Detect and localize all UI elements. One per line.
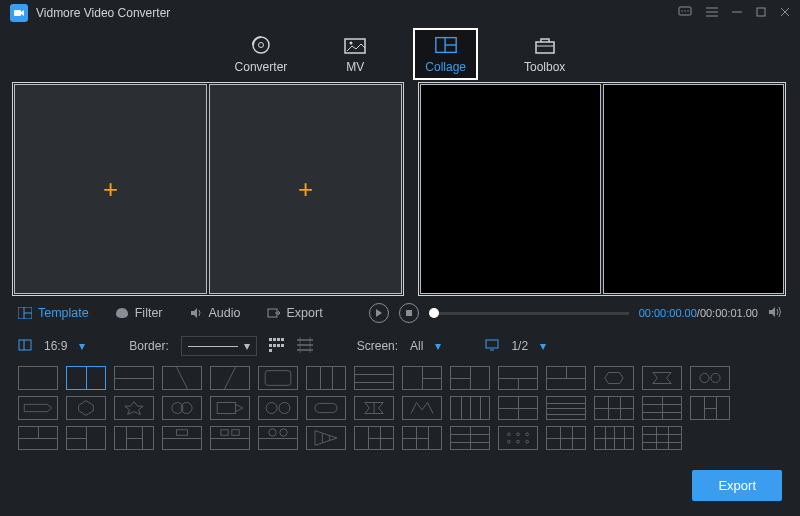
stop-button[interactable] — [399, 303, 419, 323]
template-item[interactable] — [306, 426, 346, 450]
template-item[interactable] — [114, 426, 154, 450]
template-item[interactable] — [642, 426, 682, 450]
template-item[interactable] — [354, 426, 394, 450]
template-item[interactable] — [306, 366, 346, 390]
template-item[interactable] — [210, 366, 250, 390]
template-item[interactable] — [546, 366, 586, 390]
svg-rect-14 — [345, 39, 365, 53]
template-item[interactable] — [642, 366, 682, 390]
svg-rect-33 — [486, 340, 498, 348]
border-color-button[interactable] — [269, 338, 285, 354]
template-item[interactable] — [306, 396, 346, 420]
template-item[interactable] — [450, 366, 490, 390]
svg-point-61 — [517, 440, 520, 443]
total-time: 00:00:01.00 — [700, 307, 758, 319]
template-item[interactable] — [354, 396, 394, 420]
svg-rect-45 — [217, 403, 235, 414]
svg-point-60 — [507, 440, 510, 443]
template-item[interactable] — [594, 366, 634, 390]
template-item[interactable] — [258, 396, 298, 420]
feedback-icon[interactable] — [678, 6, 692, 21]
template-item[interactable] — [498, 366, 538, 390]
template-item[interactable] — [498, 426, 538, 450]
footer: Export — [0, 460, 800, 510]
svg-point-53 — [269, 429, 276, 436]
template-item[interactable] — [402, 396, 442, 420]
template-item[interactable] — [546, 396, 586, 420]
progress-bar[interactable] — [429, 312, 629, 315]
template-item[interactable] — [690, 396, 730, 420]
subtab-template-label: Template — [38, 306, 89, 320]
collage-slot-2[interactable]: + — [209, 84, 402, 294]
screen-dropdown-icon[interactable]: ▾ — [435, 339, 441, 353]
minimize-icon[interactable] — [732, 6, 742, 20]
template-item[interactable] — [642, 396, 682, 420]
add-icon: + — [103, 174, 118, 205]
template-item[interactable] — [594, 426, 634, 450]
tab-toolbox[interactable]: Toolbox — [514, 30, 575, 78]
template-item[interactable] — [66, 396, 106, 420]
template-item[interactable] — [114, 396, 154, 420]
title-bar: Vidmore Video Converter — [0, 0, 800, 26]
screen-value[interactable]: All — [410, 339, 423, 353]
border-style-select[interactable]: ▾ — [181, 336, 257, 356]
template-item[interactable] — [18, 426, 58, 450]
svg-rect-25 — [406, 310, 412, 316]
template-item[interactable] — [594, 396, 634, 420]
template-item[interactable] — [402, 366, 442, 390]
export-icon — [267, 307, 281, 319]
volume-icon[interactable] — [768, 306, 782, 321]
template-item[interactable] — [450, 396, 490, 420]
template-item[interactable] — [546, 426, 586, 450]
template-item[interactable] — [210, 396, 250, 420]
subtab-audio[interactable]: Audio — [189, 306, 241, 320]
template-item[interactable] — [18, 366, 58, 390]
template-item[interactable] — [66, 366, 106, 390]
aspect-value[interactable]: 16:9 — [44, 339, 67, 353]
current-time: 00:00:00.00 — [639, 307, 697, 319]
svg-point-39 — [700, 373, 709, 382]
page-dropdown-icon[interactable]: ▾ — [540, 339, 546, 353]
aspect-icon[interactable] — [18, 339, 32, 354]
template-item[interactable] — [210, 426, 250, 450]
subtab-export[interactable]: Export — [267, 306, 323, 320]
toolbox-icon — [533, 34, 557, 56]
display-icon[interactable] — [485, 339, 499, 354]
border-pattern-button[interactable] — [297, 337, 313, 356]
svg-marker-41 — [79, 401, 94, 416]
close-icon[interactable] — [780, 6, 790, 20]
template-item[interactable] — [354, 366, 394, 390]
maximize-icon[interactable] — [756, 6, 766, 20]
tab-collage-label: Collage — [425, 60, 466, 74]
template-item[interactable] — [498, 396, 538, 420]
template-item[interactable] — [258, 366, 298, 390]
svg-point-2 — [681, 10, 682, 11]
tab-converter[interactable]: Converter — [225, 30, 298, 78]
template-item[interactable] — [690, 366, 730, 390]
svg-rect-26 — [19, 340, 31, 350]
play-button[interactable] — [369, 303, 389, 323]
tab-collage[interactable]: Collage — [413, 28, 478, 80]
subtab-export-label: Export — [287, 306, 323, 320]
collage-slot-1[interactable]: + — [14, 84, 207, 294]
template-item[interactable] — [258, 426, 298, 450]
template-item[interactable] — [114, 366, 154, 390]
template-item[interactable] — [402, 426, 442, 450]
template-item[interactable] — [162, 366, 202, 390]
export-button[interactable]: Export — [692, 470, 782, 501]
tab-mv[interactable]: MV — [333, 30, 377, 78]
template-item[interactable] — [162, 426, 202, 450]
aspect-dropdown-icon[interactable]: ▾ — [79, 339, 85, 353]
subtab-template[interactable]: Template — [18, 306, 89, 320]
template-item[interactable] — [450, 426, 490, 450]
subtab-audio-label: Audio — [209, 306, 241, 320]
svg-line-36 — [225, 367, 236, 389]
template-item[interactable] — [66, 426, 106, 450]
progress-handle[interactable] — [429, 308, 439, 318]
template-item[interactable] — [162, 396, 202, 420]
template-item[interactable] — [18, 396, 58, 420]
collage-canvas: + + — [12, 82, 404, 296]
mv-icon — [343, 34, 367, 56]
menu-icon[interactable] — [706, 6, 718, 20]
subtab-filter[interactable]: Filter — [115, 306, 163, 320]
